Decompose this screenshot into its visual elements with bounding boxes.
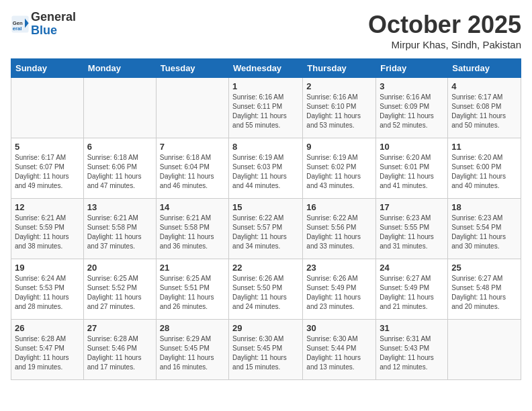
weekday-header-monday: Monday <box>83 59 156 78</box>
cell-info: Sunrise: 6:18 AM Sunset: 6:06 PM Dayligh… <box>87 153 152 191</box>
cell-info: Sunrise: 6:30 AM Sunset: 5:45 PM Dayligh… <box>232 334 299 372</box>
weekday-header-thursday: Thursday <box>303 59 376 78</box>
day-number: 9 <box>306 142 372 152</box>
cell-info: Sunrise: 6:21 AM Sunset: 5:58 PM Dayligh… <box>160 214 225 251</box>
calendar-cell <box>83 78 156 138</box>
day-number: 21 <box>160 263 225 273</box>
calendar-cell: 6Sunrise: 6:18 AM Sunset: 6:06 PM Daylig… <box>83 138 156 199</box>
cell-info: Sunrise: 6:16 AM Sunset: 6:11 PM Dayligh… <box>232 93 299 130</box>
calendar-week-1: 1Sunrise: 6:16 AM Sunset: 6:11 PM Daylig… <box>11 78 521 138</box>
calendar-cell: 29Sunrise: 6:30 AM Sunset: 5:45 PM Dayli… <box>229 320 303 380</box>
day-number: 26 <box>15 323 80 333</box>
calendar-cell: 23Sunrise: 6:26 AM Sunset: 5:49 PM Dayli… <box>303 259 376 320</box>
calendar-cell: 30Sunrise: 6:30 AM Sunset: 5:44 PM Dayli… <box>303 320 376 380</box>
day-number: 2 <box>306 81 372 91</box>
day-number: 7 <box>160 142 225 152</box>
cell-info: Sunrise: 6:28 AM Sunset: 5:47 PM Dayligh… <box>15 334 80 372</box>
weekday-header-saturday: Saturday <box>448 59 521 78</box>
cell-info: Sunrise: 6:28 AM Sunset: 5:46 PM Dayligh… <box>87 334 152 372</box>
cell-info: Sunrise: 6:24 AM Sunset: 5:53 PM Dayligh… <box>15 274 80 312</box>
calendar-cell <box>156 78 228 138</box>
calendar-cell: 24Sunrise: 6:27 AM Sunset: 5:49 PM Dayli… <box>376 259 448 320</box>
calendar-cell: 14Sunrise: 6:21 AM Sunset: 5:58 PM Dayli… <box>156 199 228 259</box>
day-number: 22 <box>232 263 299 273</box>
day-number: 31 <box>380 323 444 333</box>
calendar-cell: 2Sunrise: 6:16 AM Sunset: 6:10 PM Daylig… <box>303 78 376 138</box>
cell-info: Sunrise: 6:23 AM Sunset: 5:54 PM Dayligh… <box>451 214 517 251</box>
day-number: 13 <box>87 202 152 212</box>
day-number: 20 <box>87 263 152 273</box>
cell-info: Sunrise: 6:25 AM Sunset: 5:52 PM Dayligh… <box>87 274 152 312</box>
cell-info: Sunrise: 6:26 AM Sunset: 5:50 PM Dayligh… <box>232 274 299 312</box>
calendar-cell: 1Sunrise: 6:16 AM Sunset: 6:11 PM Daylig… <box>229 78 303 138</box>
day-number: 27 <box>87 323 152 333</box>
calendar-week-3: 12Sunrise: 6:21 AM Sunset: 5:59 PM Dayli… <box>11 199 521 259</box>
month-title: October 2025 <box>368 11 521 39</box>
calendar-cell: 8Sunrise: 6:19 AM Sunset: 6:03 PM Daylig… <box>229 138 303 199</box>
cell-info: Sunrise: 6:20 AM Sunset: 6:00 PM Dayligh… <box>451 153 517 191</box>
svg-text:eral: eral <box>13 26 22 32</box>
cell-info: Sunrise: 6:16 AM Sunset: 6:09 PM Dayligh… <box>380 93 444 130</box>
calendar-week-5: 26Sunrise: 6:28 AM Sunset: 5:47 PM Dayli… <box>11 320 521 380</box>
calendar-cell: 22Sunrise: 6:26 AM Sunset: 5:50 PM Dayli… <box>229 259 303 320</box>
calendar-cell: 27Sunrise: 6:28 AM Sunset: 5:46 PM Dayli… <box>83 320 156 380</box>
day-number: 29 <box>232 323 299 333</box>
cell-info: Sunrise: 6:22 AM Sunset: 5:57 PM Dayligh… <box>232 214 299 251</box>
cell-info: Sunrise: 6:16 AM Sunset: 6:10 PM Dayligh… <box>306 93 372 130</box>
day-number: 19 <box>15 263 80 273</box>
location: Mirpur Khas, Sindh, Pakistan <box>368 39 521 50</box>
day-number: 3 <box>380 81 444 91</box>
weekday-header-friday: Friday <box>376 59 448 78</box>
day-number: 30 <box>306 323 372 333</box>
cell-info: Sunrise: 6:26 AM Sunset: 5:49 PM Dayligh… <box>306 274 372 312</box>
calendar-cell: 9Sunrise: 6:19 AM Sunset: 6:02 PM Daylig… <box>303 138 376 199</box>
calendar-week-2: 5Sunrise: 6:17 AM Sunset: 6:07 PM Daylig… <box>11 138 521 199</box>
day-number: 17 <box>380 202 444 212</box>
calendar-cell: 20Sunrise: 6:25 AM Sunset: 5:52 PM Dayli… <box>83 259 156 320</box>
cell-info: Sunrise: 6:21 AM Sunset: 5:58 PM Dayligh… <box>87 214 152 251</box>
day-number: 4 <box>451 81 517 91</box>
day-number: 10 <box>380 142 444 152</box>
calendar-cell: 11Sunrise: 6:20 AM Sunset: 6:00 PM Dayli… <box>448 138 521 199</box>
cell-info: Sunrise: 6:31 AM Sunset: 5:43 PM Dayligh… <box>380 334 444 372</box>
cell-info: Sunrise: 6:21 AM Sunset: 5:59 PM Dayligh… <box>15 214 80 251</box>
cell-info: Sunrise: 6:22 AM Sunset: 5:56 PM Dayligh… <box>306 214 372 251</box>
calendar-cell <box>11 78 84 138</box>
day-number: 25 <box>451 263 517 273</box>
cell-info: Sunrise: 6:19 AM Sunset: 6:03 PM Dayligh… <box>232 153 299 191</box>
cell-info: Sunrise: 6:19 AM Sunset: 6:02 PM Dayligh… <box>306 153 372 191</box>
logo-icon: Gen eral <box>11 15 30 34</box>
calendar-week-4: 19Sunrise: 6:24 AM Sunset: 5:53 PM Dayli… <box>11 259 521 320</box>
day-number: 18 <box>451 202 517 212</box>
weekday-header-wednesday: Wednesday <box>229 59 303 78</box>
calendar-cell: 25Sunrise: 6:27 AM Sunset: 5:48 PM Dayli… <box>448 259 521 320</box>
calendar-table: SundayMondayTuesdayWednesdayThursdayFrid… <box>11 58 521 380</box>
day-number: 1 <box>232 81 299 91</box>
day-number: 24 <box>380 263 444 273</box>
day-number: 14 <box>160 202 225 212</box>
day-number: 15 <box>232 202 299 212</box>
cell-info: Sunrise: 6:18 AM Sunset: 6:04 PM Dayligh… <box>160 153 225 191</box>
calendar-cell: 4Sunrise: 6:17 AM Sunset: 6:08 PM Daylig… <box>448 78 521 138</box>
calendar-cell: 16Sunrise: 6:22 AM Sunset: 5:56 PM Dayli… <box>303 199 376 259</box>
day-number: 6 <box>87 142 152 152</box>
calendar-cell: 21Sunrise: 6:25 AM Sunset: 5:51 PM Dayli… <box>156 259 228 320</box>
day-number: 28 <box>160 323 225 333</box>
title-block: October 2025 Mirpur Khas, Sindh, Pakista… <box>368 11 521 50</box>
day-number: 23 <box>306 263 372 273</box>
page-header: Gen eral GeneralBlue October 2025 Mirpur… <box>11 11 521 50</box>
calendar-cell: 28Sunrise: 6:29 AM Sunset: 5:45 PM Dayli… <box>156 320 228 380</box>
day-number: 16 <box>306 202 372 212</box>
cell-info: Sunrise: 6:23 AM Sunset: 5:55 PM Dayligh… <box>380 214 444 251</box>
calendar-cell: 3Sunrise: 6:16 AM Sunset: 6:09 PM Daylig… <box>376 78 448 138</box>
calendar-cell: 18Sunrise: 6:23 AM Sunset: 5:54 PM Dayli… <box>448 199 521 259</box>
calendar-cell: 12Sunrise: 6:21 AM Sunset: 5:59 PM Dayli… <box>11 199 84 259</box>
day-number: 8 <box>232 142 299 152</box>
weekday-header-row: SundayMondayTuesdayWednesdayThursdayFrid… <box>11 59 521 78</box>
cell-info: Sunrise: 6:29 AM Sunset: 5:45 PM Dayligh… <box>160 334 225 372</box>
cell-info: Sunrise: 6:17 AM Sunset: 6:07 PM Dayligh… <box>15 153 80 191</box>
weekday-header-tuesday: Tuesday <box>156 59 228 78</box>
calendar-cell: 26Sunrise: 6:28 AM Sunset: 5:47 PM Dayli… <box>11 320 84 380</box>
cell-info: Sunrise: 6:17 AM Sunset: 6:08 PM Dayligh… <box>451 93 517 130</box>
calendar-cell <box>448 320 521 380</box>
